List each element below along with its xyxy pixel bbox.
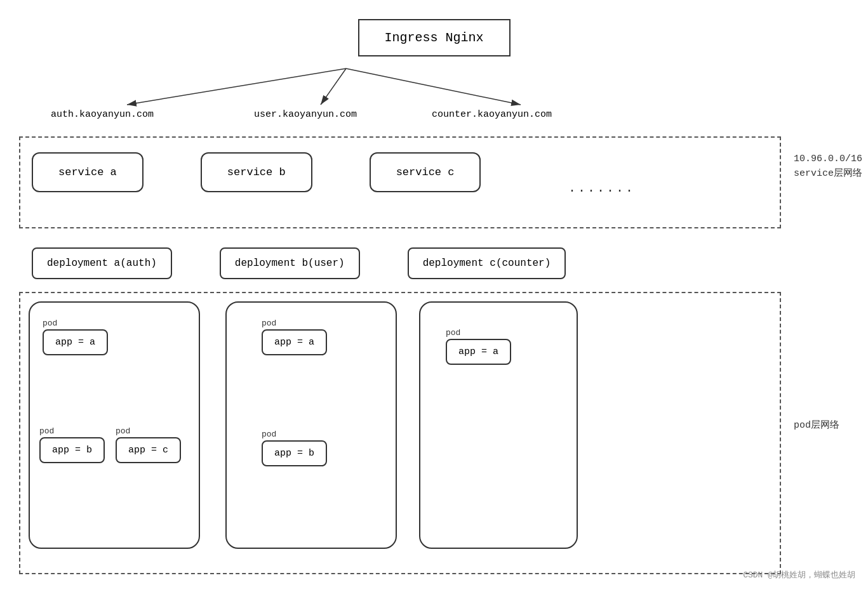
service-boxes: service a service b service c (32, 152, 641, 192)
ingress-box: Ingress Nginx (357, 19, 510, 56)
pod-layer-label: pod层网络 (794, 419, 839, 431)
service-c-box: service c (370, 152, 481, 192)
node-a-container: pod app = a pod app = b pod app = c (29, 301, 200, 549)
pod-b2-box: app = b (262, 440, 327, 466)
pod-b1-group: pod app = b (39, 426, 105, 463)
pod-a1-label: pod (43, 319, 108, 328)
ingress-label: Ingress Nginx (384, 30, 483, 45)
service-a-box: service a (32, 152, 144, 192)
svg-line-3 (346, 69, 521, 105)
deployment-boxes: deployment a(auth) deployment b(user) de… (32, 247, 613, 279)
watermark: CSDN @胡桃姓胡，蝴蝶也姓胡 (743, 569, 855, 581)
domain-user: user.kaoyanyun.com (254, 109, 357, 120)
service-dots: ....... (568, 181, 635, 195)
deployment-c-box: deployment c(counter) (408, 247, 566, 279)
pod-a1-box: app = a (43, 329, 108, 355)
service-b-box: service b (201, 152, 312, 192)
pod-a2-box: app = a (262, 329, 327, 355)
node-c-container: pod app = a (419, 301, 578, 549)
pod-a2-group: pod app = a (262, 319, 327, 355)
domain-counter: counter.kaoyanyun.com (432, 109, 552, 120)
pod-b2-label: pod (262, 430, 327, 439)
svg-line-2 (321, 69, 346, 105)
deployment-a-box: deployment a(auth) (32, 247, 172, 279)
service-layer-label: 10.96.0.0/16 service层网络 (794, 152, 862, 181)
diagram-container: Ingress Nginx auth.kaoyanyun.com user.ka… (0, 0, 868, 592)
pod-a2-label: pod (262, 319, 327, 328)
pod-b1-label: pod (39, 426, 105, 436)
pod-c1-group: pod app = c (116, 426, 181, 463)
pod-a3-group: pod app = a (446, 328, 511, 365)
node-b-container: pod app = a pod app = b (225, 301, 397, 549)
pod-c1-label: pod (116, 426, 181, 436)
pod-a3-box: app = a (446, 339, 511, 365)
svg-line-1 (127, 69, 346, 105)
domain-auth: auth.kaoyanyun.com (51, 109, 154, 120)
pod-b1-box: app = b (39, 437, 105, 463)
pod-a1-group: pod app = a (43, 319, 108, 355)
pod-c1-box: app = c (116, 437, 181, 463)
pod-b2-group: pod app = b (262, 430, 327, 466)
deployment-b-box: deployment b(user) (220, 247, 360, 279)
pod-a3-label: pod (446, 328, 511, 338)
